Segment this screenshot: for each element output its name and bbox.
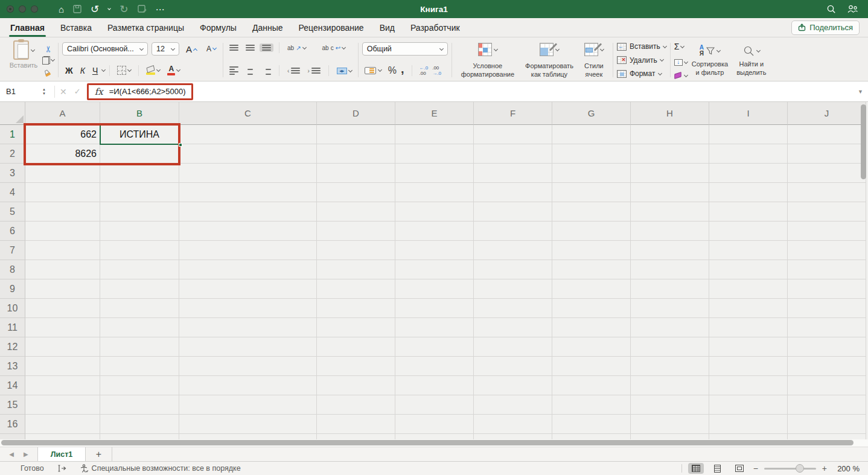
cell-I2[interactable] — [709, 144, 788, 164]
row-header-partial[interactable] — [0, 434, 25, 439]
cell-B4[interactable] — [100, 183, 179, 202]
cell-Jpartial[interactable] — [788, 434, 866, 439]
cell-G14[interactable] — [552, 376, 631, 395]
wrap-text-button[interactable]: abc↩ — [320, 43, 348, 53]
cell-J12[interactable] — [788, 337, 866, 357]
cell-G3[interactable] — [552, 164, 631, 183]
account-people-icon[interactable] — [847, 4, 858, 14]
find-select-button[interactable]: Найти ивыделить — [732, 40, 770, 80]
cell-E16[interactable] — [395, 415, 474, 434]
underline-dropdown-icon[interactable] — [101, 68, 106, 72]
cell-J6[interactable] — [788, 222, 866, 241]
cell-D1[interactable] — [317, 125, 395, 144]
cell-A14[interactable] — [25, 376, 100, 395]
cell-E12[interactable] — [395, 337, 474, 357]
cell-H8[interactable] — [631, 260, 709, 279]
cell-H10[interactable] — [631, 299, 709, 318]
tab-3[interactable]: Формулы — [192, 18, 244, 37]
cell-I3[interactable] — [709, 164, 788, 183]
cell-J9[interactable] — [788, 279, 866, 299]
cell-H6[interactable] — [631, 222, 709, 241]
cell-B10[interactable] — [100, 299, 179, 318]
cell-Apartial[interactable] — [25, 434, 100, 439]
column-header-C[interactable]: C — [179, 102, 317, 125]
row-header-8[interactable]: 8 — [0, 260, 25, 279]
cell-F1[interactable] — [474, 125, 552, 144]
cell-B5[interactable] — [100, 202, 179, 222]
row-header-16[interactable]: 16 — [0, 415, 25, 434]
cell-Hpartial[interactable] — [631, 434, 709, 439]
tab-2[interactable]: Разметка страницы — [100, 18, 192, 37]
cell-Epartial[interactable] — [395, 434, 474, 439]
cell-B13[interactable] — [100, 357, 179, 376]
previous-sheet-icon[interactable]: ◀ — [9, 451, 14, 457]
tab-6[interactable]: Вид — [372, 18, 403, 37]
tab-0[interactable]: Главная — [2, 18, 53, 37]
increase-font-size-button[interactable]: A — [183, 43, 200, 55]
cell-J2[interactable] — [788, 144, 866, 164]
cell-H13[interactable] — [631, 357, 709, 376]
cell-G15[interactable] — [552, 395, 631, 415]
cell-E2[interactable] — [395, 144, 474, 164]
column-header-I[interactable]: I — [709, 102, 788, 125]
close-window-button[interactable] — [7, 5, 14, 13]
cell-A7[interactable] — [25, 241, 100, 260]
cell-I5[interactable] — [709, 202, 788, 222]
column-header-B[interactable]: B — [100, 102, 179, 125]
font-name-select[interactable]: Calibri (Основной... — [62, 42, 148, 56]
cell-I9[interactable] — [709, 279, 788, 299]
cell-B6[interactable] — [100, 222, 179, 241]
row-header-13[interactable]: 13 — [0, 357, 25, 376]
cell-C9[interactable] — [179, 279, 317, 299]
cell-G6[interactable] — [552, 222, 631, 241]
cell-H14[interactable] — [631, 376, 709, 395]
minimize-window-button[interactable] — [19, 5, 26, 13]
page-layout-view-button[interactable] — [710, 463, 726, 474]
cell-D9[interactable] — [317, 279, 395, 299]
cell-I16[interactable] — [709, 415, 788, 434]
cell-E13[interactable] — [395, 357, 474, 376]
cell-J4[interactable] — [788, 183, 866, 202]
cell-B2[interactable] — [100, 144, 179, 164]
cell-B15[interactable] — [100, 395, 179, 415]
tab-5[interactable]: Рецензирование — [291, 18, 372, 37]
cell-E7[interactable] — [395, 241, 474, 260]
cell-C13[interactable] — [179, 357, 317, 376]
cell-D6[interactable] — [317, 222, 395, 241]
cell-I7[interactable] — [709, 241, 788, 260]
formula-input[interactable]: =И(A1<666;A2>5000) — [109, 87, 186, 96]
cell-C11[interactable] — [179, 318, 317, 337]
cell-J10[interactable] — [788, 299, 866, 318]
cell-B12[interactable] — [100, 337, 179, 357]
cell-E9[interactable] — [395, 279, 474, 299]
confirm-entry-icon[interactable]: ✓ — [74, 87, 81, 96]
cell-G2[interactable] — [552, 144, 631, 164]
cell-A8[interactable] — [25, 260, 100, 279]
fill-color-button[interactable] — [143, 66, 163, 75]
cell-E3[interactable] — [395, 164, 474, 183]
maximize-window-button[interactable] — [31, 5, 38, 13]
cell-C2[interactable] — [179, 144, 317, 164]
cell-I13[interactable] — [709, 357, 788, 376]
format-cells-button[interactable]: Формат — [617, 69, 666, 78]
cell-B1[interactable]: ИСТИНА — [100, 125, 179, 144]
cell-F16[interactable] — [474, 415, 552, 434]
zoom-in-button[interactable]: + — [822, 464, 827, 473]
vertical-scrollbar-thumb[interactable] — [861, 104, 866, 179]
zoom-slider[interactable] — [764, 468, 816, 470]
cell-D15[interactable] — [317, 395, 395, 415]
cell-F2[interactable] — [474, 144, 552, 164]
horizontal-scrollbar[interactable] — [0, 439, 868, 447]
align-left-button[interactable] — [227, 65, 241, 76]
cell-A11[interactable] — [25, 318, 100, 337]
fill-button[interactable]: ↓ — [674, 59, 688, 66]
cell-Fpartial[interactable] — [474, 434, 552, 439]
cell-I14[interactable] — [709, 376, 788, 395]
delete-cells-button[interactable]: ✕ Удалить — [617, 56, 666, 65]
cell-A15[interactable] — [25, 395, 100, 415]
column-header-H[interactable]: H — [631, 102, 709, 125]
cell-H3[interactable] — [631, 164, 709, 183]
undo-dropdown-icon[interactable] — [107, 7, 111, 10]
cell-A13[interactable] — [25, 357, 100, 376]
column-header-E[interactable]: E — [395, 102, 474, 125]
